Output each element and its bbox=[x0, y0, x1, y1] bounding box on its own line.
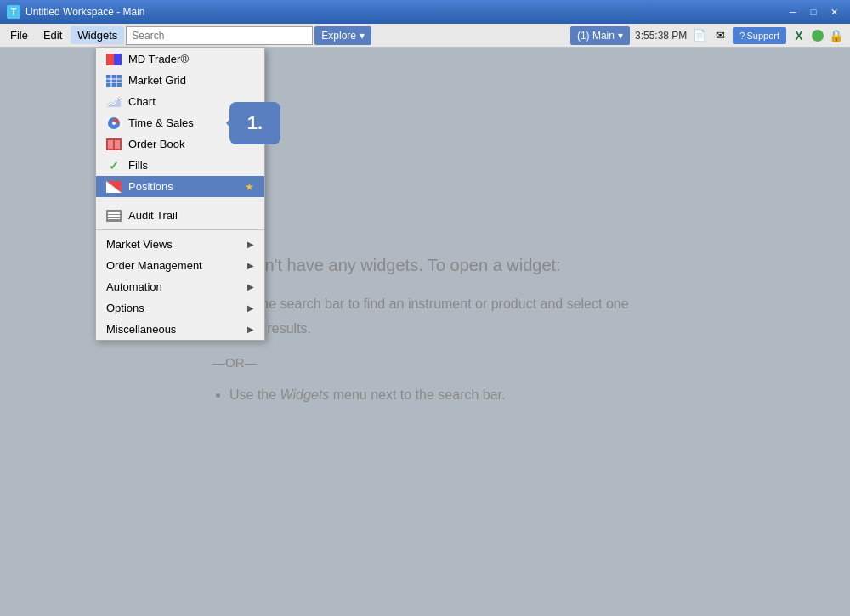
step-tooltip: 1. bbox=[230, 102, 280, 144]
empty-state-instruction1: Use the search bar to find an instrument… bbox=[230, 292, 638, 342]
menu-item-positions[interactable]: Positions ★ bbox=[96, 176, 264, 197]
maximize-button[interactable]: □ bbox=[804, 4, 823, 20]
order-book-label: Order Book bbox=[128, 138, 184, 150]
support-question-icon: ? bbox=[740, 31, 745, 41]
email-icon[interactable]: ✉ bbox=[712, 28, 728, 43]
time-sales-label: Time & Sales bbox=[128, 116, 194, 129]
options-arrow-icon: ▶ bbox=[247, 303, 254, 313]
minimize-button[interactable]: ─ bbox=[784, 4, 802, 20]
options-label: Options bbox=[106, 302, 144, 314]
order-book-icon bbox=[106, 138, 122, 150]
market-views-label: Market Views bbox=[106, 238, 173, 251]
workspace-label: (1) Main bbox=[577, 30, 615, 42]
menu-item-fills[interactable]: ✓ Fills bbox=[96, 155, 264, 176]
chart-icon bbox=[106, 96, 122, 108]
empty-state-instruction2: Use the Widgets menu next to the search … bbox=[230, 383, 638, 408]
instruction2-suffix: menu next to the search bar. bbox=[329, 387, 505, 402]
explore-arrow-icon: ▾ bbox=[360, 30, 365, 42]
svg-point-8 bbox=[112, 122, 116, 125]
order-management-arrow-icon: ▶ bbox=[247, 261, 254, 270]
positions-icon bbox=[106, 181, 122, 193]
menu-item-market-grid[interactable]: Market Grid bbox=[96, 70, 264, 91]
explore-label: Explore bbox=[321, 30, 356, 42]
audit-trail-icon bbox=[106, 210, 122, 222]
empty-state-heading: You don't have any widgets. To open a wi… bbox=[212, 256, 638, 275]
document-icon[interactable]: 📄 bbox=[692, 28, 707, 43]
market-grid-icon bbox=[106, 75, 122, 87]
title-bar: T Untitled Workspace - Main ─ □ ✕ bbox=[0, 0, 850, 24]
widgets-menu[interactable]: Widgets bbox=[71, 26, 124, 44]
window-title: Untitled Workspace - Main bbox=[26, 6, 145, 18]
menu-item-automation[interactable]: Automation ▶ bbox=[96, 276, 264, 297]
automation-label: Automation bbox=[106, 280, 162, 293]
support-label: Support bbox=[746, 31, 779, 41]
audit-trail-label: Audit Trail bbox=[128, 209, 178, 222]
dropdown-separator-2 bbox=[96, 229, 264, 230]
svg-rect-11 bbox=[115, 140, 120, 149]
connection-status-indicator bbox=[812, 30, 824, 42]
svg-rect-1 bbox=[114, 54, 122, 65]
menu-item-market-views[interactable]: Market Views ▶ bbox=[96, 234, 264, 255]
time-display: 3:55:38 PM bbox=[635, 30, 687, 42]
svg-rect-10 bbox=[108, 140, 113, 149]
workspace-arrow-icon: ▾ bbox=[618, 30, 623, 42]
instruction2-prefix: Use the bbox=[230, 387, 280, 402]
md-trader-label: MD Trader® bbox=[128, 53, 189, 65]
chart-label: Chart bbox=[128, 95, 156, 108]
title-bar-left: T Untitled Workspace - Main bbox=[7, 5, 145, 19]
menu-item-audit-trail[interactable]: Audit Trail bbox=[96, 205, 264, 226]
close-button[interactable]: ✕ bbox=[824, 4, 843, 20]
explore-button[interactable]: Explore ▾ bbox=[314, 26, 371, 45]
fills-icon: ✓ bbox=[106, 160, 122, 172]
fills-label: Fills bbox=[128, 159, 148, 172]
dropdown-separator-1 bbox=[96, 201, 264, 201]
svg-rect-0 bbox=[106, 54, 114, 65]
empty-state-message: You don't have any widgets. To open a wi… bbox=[212, 256, 638, 407]
svg-rect-16 bbox=[108, 212, 120, 214]
menu-item-miscellaneous[interactable]: Miscellaneous ▶ bbox=[96, 319, 264, 340]
miscellaneous-arrow-icon: ▶ bbox=[247, 325, 254, 334]
title-bar-controls: ─ □ ✕ bbox=[784, 4, 843, 20]
instruction2-italic: Widgets bbox=[280, 387, 330, 402]
workspace-selector[interactable]: (1) Main ▾ bbox=[570, 26, 630, 45]
app-icon: T bbox=[7, 5, 20, 19]
market-views-arrow-icon: ▶ bbox=[247, 240, 254, 249]
menu-bar: File Edit Widgets Explore ▾ (1) Main ▾ 3… bbox=[0, 24, 850, 48]
lock-icon[interactable]: 🔒 bbox=[829, 29, 843, 42]
file-menu[interactable]: File bbox=[3, 26, 35, 44]
md-trader-icon bbox=[106, 54, 122, 65]
menu-item-options[interactable]: Options ▶ bbox=[96, 297, 264, 319]
market-grid-label: Market Grid bbox=[128, 74, 186, 87]
widgets-dropdown-menu: MD Trader® Market Grid Chart bbox=[95, 48, 265, 341]
excel-icon[interactable]: X bbox=[791, 28, 807, 43]
automation-arrow-icon: ▶ bbox=[247, 282, 254, 291]
positions-star: ★ bbox=[245, 181, 254, 193]
edit-menu[interactable]: Edit bbox=[37, 26, 69, 44]
svg-rect-18 bbox=[108, 218, 120, 219]
order-management-label: Order Management bbox=[106, 259, 202, 272]
or-divider: —OR— bbox=[212, 355, 638, 370]
step-label: 1. bbox=[247, 112, 263, 134]
menu-item-md-trader[interactable]: MD Trader® bbox=[96, 48, 264, 70]
svg-rect-17 bbox=[108, 215, 120, 217]
time-sales-icon bbox=[106, 117, 122, 129]
support-button[interactable]: ? Support bbox=[733, 27, 786, 44]
positions-label: Positions bbox=[128, 180, 173, 193]
svg-rect-2 bbox=[106, 75, 122, 87]
miscellaneous-label: Miscellaneous bbox=[106, 323, 176, 336]
search-input[interactable] bbox=[126, 26, 313, 45]
menu-item-order-management[interactable]: Order Management ▶ bbox=[96, 255, 264, 276]
right-toolbar: (1) Main ▾ 3:55:38 PM 📄 ✉ ? Support X 🔒 bbox=[570, 26, 847, 45]
